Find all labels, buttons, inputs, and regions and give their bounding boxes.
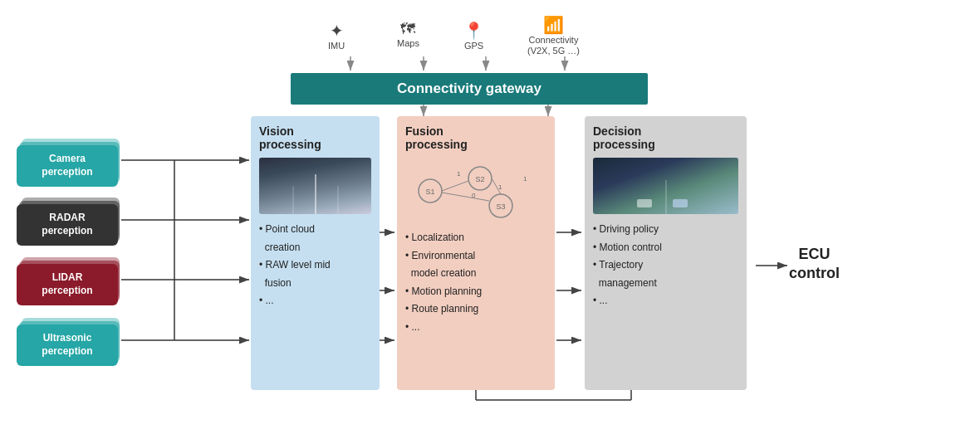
- svg-line-35: [442, 193, 489, 201]
- maps-icon: 🗺: [400, 21, 415, 38]
- vision-item-3: • ...: [259, 292, 371, 310]
- connectivity-icon: 📶: [543, 15, 564, 35]
- svg-text:1: 1: [498, 183, 502, 191]
- decision-panel: Decisionprocessing • Driving policy • Mo…: [585, 116, 747, 390]
- decision-list: • Driving policy • Motion control • Traj…: [593, 221, 738, 310]
- fusion-item-2: • Environmental model creation: [405, 247, 546, 283]
- gateway-bar: Connectivity gateway: [291, 73, 648, 105]
- decision-item-4: • ...: [593, 292, 738, 310]
- fusion-item-1: • Localization: [405, 229, 546, 247]
- radar-sensor-box: RADARperception: [17, 204, 118, 246]
- vision-item-2: • RAW level mid fusion: [259, 256, 371, 292]
- ultrasonic-sensor-group: Ultrasonicperception: [17, 318, 123, 371]
- lidar-sensor-box: LIDARperception: [17, 264, 118, 305]
- decision-item-3: • Trajectory management: [593, 256, 738, 292]
- ecu-group: ECUcontrol: [789, 245, 840, 284]
- ultrasonic-label: Ultrasonicperception: [42, 332, 92, 358]
- svg-text:S2: S2: [475, 175, 484, 183]
- vision-list: • Point cloud creation • RAW level mid f…: [259, 221, 371, 310]
- camera-sensor-box: Cameraperception: [17, 145, 118, 187]
- imu-label: IMU: [328, 41, 345, 51]
- camera-sensor-group: Cameraperception: [17, 139, 123, 192]
- fusion-panel: Fusionprocessing S1 S2 S3 1 0 1 1 • Loca…: [397, 116, 555, 390]
- decision-item-1: • Driving policy: [593, 221, 738, 239]
- ultrasonic-sensor-box: Ultrasonicperception: [17, 324, 118, 366]
- neural-net-graphic: S1 S2 S3 1 0 1 1: [405, 158, 538, 224]
- decision-image: [593, 158, 738, 214]
- vision-title: Visionprocessing: [259, 124, 371, 151]
- ecu-label: ECUcontrol: [789, 245, 840, 284]
- fusion-list: • Localization • Environmental model cre…: [405, 229, 546, 337]
- svg-text:S3: S3: [496, 202, 505, 211]
- fusion-title: Fusionprocessing: [405, 124, 546, 151]
- lidar-sensor-group: LIDARperception: [17, 257, 123, 310]
- svg-text:1: 1: [457, 170, 461, 178]
- vision-image: [259, 158, 371, 214]
- svg-text:1: 1: [523, 175, 527, 183]
- maps-icon-group: 🗺 Maps: [397, 21, 419, 48]
- camera-label: Cameraperception: [42, 153, 92, 178]
- vision-item-1: • Point cloud creation: [259, 221, 371, 256]
- svg-line-34: [442, 181, 468, 191]
- maps-label: Maps: [397, 38, 419, 48]
- svg-text:S1: S1: [425, 188, 434, 196]
- imu-icon-group: ✦ IMU: [328, 21, 345, 51]
- imu-icon: ✦: [330, 21, 344, 41]
- gps-icon: 📍: [463, 21, 484, 41]
- fusion-item-5: • ...: [405, 319, 546, 337]
- fusion-item-4: • Route planning: [405, 300, 546, 319]
- gps-icon-group: 📍 GPS: [463, 21, 484, 51]
- gateway-label: Connectivity gateway: [397, 80, 541, 96]
- decision-item-2: • Motion control: [593, 239, 738, 257]
- radar-label: RADARperception: [42, 212, 92, 237]
- connectivity-label: Connectivity(V2X, 5G …): [527, 35, 580, 56]
- vision-panel: Visionprocessing • Point cloud creation …: [251, 116, 380, 390]
- fusion-item-3: • Motion planning: [405, 283, 546, 301]
- decision-title: Decisionprocessing: [593, 124, 738, 151]
- gps-label: GPS: [464, 41, 483, 51]
- connectivity-icon-group: 📶 Connectivity(V2X, 5G …): [527, 15, 580, 56]
- svg-text:0: 0: [472, 192, 476, 199]
- lidar-label: LIDARperception: [42, 271, 92, 297]
- radar-sensor-group: RADARperception: [17, 198, 123, 251]
